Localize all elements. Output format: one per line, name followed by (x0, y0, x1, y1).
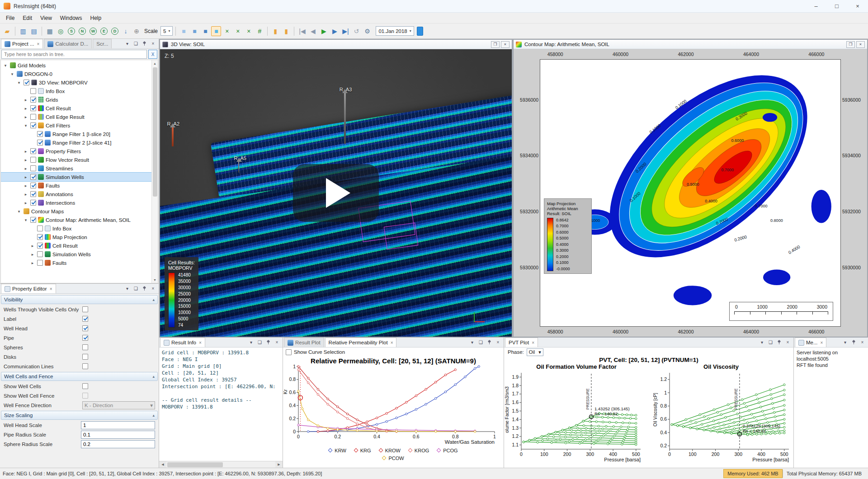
tab-scripts[interactable]: Scr... (93, 39, 112, 48)
tree-item-property-filters[interactable]: ▸Property Filters (1, 147, 151, 155)
disks-checkbox[interactable] (82, 354, 88, 360)
scale-select[interactable]: 5▾ (160, 26, 173, 36)
collapse-icon[interactable]: ▾ (23, 123, 28, 128)
expand-icon[interactable]: ▸ (23, 192, 28, 197)
tree-item-checkbox[interactable] (30, 191, 36, 197)
tab-calculator[interactable]: Calculator D... (44, 39, 92, 48)
communication-lines-checkbox[interactable] (82, 363, 88, 369)
pin-panel-icon[interactable] (141, 285, 148, 292)
label-checkbox[interactable] (82, 316, 88, 322)
play-animation-button[interactable]: ▶ (319, 26, 329, 36)
tree-scrollbar[interactable]: ▲ ▼ (151, 60, 158, 283)
relperm-chart[interactable]: 00.20.40.60.8100.20.40.60.81KrWater/Gas … (283, 365, 504, 446)
maximize-button[interactable]: □ (826, 0, 847, 12)
float-panel-icon[interactable]: ❏ (132, 40, 139, 47)
tree-item-checkbox[interactable] (30, 174, 36, 180)
show-surface-button[interactable]: ■ (211, 26, 221, 36)
previous-timestep-button[interactable]: ◀ (308, 26, 318, 36)
view3d-header[interactable]: 3D View: SOIL ❐ × (160, 40, 512, 49)
close-icon[interactable]: × (391, 340, 393, 345)
dock-menu-icon[interactable]: ▾ (124, 285, 131, 292)
scroll-up-icon[interactable]: ▲ (152, 60, 158, 66)
float-panel-icon[interactable]: ❏ (477, 339, 484, 346)
tree-item-checkbox[interactable] (30, 200, 36, 206)
tree-item-grid-models[interactable]: ▾Grid Models (1, 61, 151, 70)
close-icon[interactable]: × (37, 42, 40, 47)
phase-select[interactable]: Oil ▾ (527, 348, 543, 356)
tab-result-info[interactable]: Result Info × (160, 338, 205, 347)
tree-item-checkbox[interactable] (37, 131, 43, 137)
show-curve-selection-checkbox[interactable] (286, 349, 292, 355)
tree-item-checkbox[interactable] (30, 105, 36, 111)
close-panel-icon[interactable]: × (859, 339, 866, 346)
pipe-checkbox[interactable] (82, 335, 88, 341)
pipe-radius-scale-input[interactable] (81, 431, 155, 439)
well-r-a2[interactable]: R_A2 (167, 121, 180, 146)
tree-item-range-filter-2-j-slice-41[interactable]: Range Filter 2 [J-slice 41] (1, 138, 151, 147)
expand-icon[interactable]: ▸ (23, 158, 28, 162)
tree-item-contour-maps[interactable]: ▾Contour Maps (1, 207, 151, 216)
search-clear-button[interactable]: X (148, 50, 157, 59)
view3d-viewport[interactable]: Z: 5 R_A3 R_A2 (160, 49, 512, 337)
close-panel-icon[interactable]: × (495, 339, 501, 346)
legend-krw[interactable]: KRW (329, 448, 346, 453)
wells-crossing-button[interactable]: × (233, 26, 243, 36)
tree-item-checkbox[interactable] (30, 122, 36, 128)
close-panel-icon[interactable]: × (150, 285, 156, 292)
collapse-icon[interactable]: ▾ (3, 63, 8, 68)
tree-item-cell-result[interactable]: ▸Cell Result (1, 241, 151, 250)
menu-file[interactable]: File (2, 14, 19, 23)
expand-icon[interactable]: ▸ (23, 106, 28, 111)
dock-menu-icon[interactable]: ▾ (469, 339, 476, 346)
tree-search-input[interactable] (1, 50, 147, 59)
close-icon[interactable]: × (50, 286, 52, 291)
tree-item-cell-edge-result[interactable]: ▸Cell Edge Result (1, 113, 151, 121)
first-timestep-button[interactable]: |◀ (297, 26, 307, 36)
close-icon[interactable]: × (199, 340, 202, 345)
expand-icon[interactable]: ▸ (30, 261, 35, 265)
well-head-scale-input[interactable] (81, 421, 155, 429)
snapshot-button[interactable]: ↓ (121, 26, 131, 36)
sphere-radius-scale-input[interactable] (81, 440, 155, 448)
show-faults-button[interactable]: ■ (200, 26, 210, 36)
legend-krow[interactable]: KROW (379, 448, 401, 453)
expand-icon[interactable]: ▸ (23, 201, 28, 205)
well-r-a3[interactable]: R_A3 (340, 87, 352, 144)
wells-through-visible-cells-only-checkbox[interactable] (82, 306, 88, 312)
tree-item-checkbox[interactable] (37, 251, 43, 257)
tree-item-checkbox[interactable] (24, 80, 29, 85)
collapse-icon[interactable]: ▾ (16, 80, 22, 85)
tree-item-checkbox[interactable] (37, 243, 43, 249)
tree-item-checkbox[interactable] (30, 157, 36, 163)
tree-item-map-projection[interactable]: Map Projection (1, 233, 151, 241)
expand-icon[interactable]: ▸ (23, 149, 28, 154)
plot-main-window-button[interactable]: ▤ (29, 26, 39, 36)
dock-menu-icon[interactable]: ▾ (124, 40, 131, 47)
tab-messages[interactable]: Me... × (795, 338, 826, 347)
wells-fence-button[interactable]: # (255, 26, 264, 36)
collapse-section-icon[interactable]: ▴ (152, 297, 155, 302)
fvf-chart[interactable]: 01002003004005001.11.21.31.41.51.61.71.8… (505, 370, 644, 468)
animation-settings-button[interactable]: ⚙ (362, 26, 372, 36)
close-icon[interactable]: × (821, 340, 823, 345)
next-timestep-button[interactable]: ▶ (330, 26, 340, 36)
tree-item-cell-filters[interactable]: ▾Cell Filters (1, 121, 151, 130)
result-info-scrollbar[interactable]: ◀ ▶ (159, 461, 283, 468)
memory-used-indicator[interactable]: Memory Used: 462 MB (723, 469, 782, 478)
collapse-section-icon[interactable]: ▴ (152, 374, 155, 379)
show-well-cell-fence-checkbox[interactable] (82, 393, 88, 399)
collapse-section-icon[interactable]: ▴ (152, 413, 155, 418)
scrollbar-thumb[interactable] (153, 67, 157, 197)
tree-item-checkbox[interactable] (30, 183, 36, 188)
tree-item-intersections[interactable]: ▸Intersections (1, 198, 151, 207)
float-panel-icon[interactable]: ❏ (132, 285, 139, 292)
collapse-icon[interactable]: ▾ (9, 72, 15, 76)
wells-visible-button[interactable]: × (244, 26, 254, 36)
scroll-right-icon[interactable]: ▶ (275, 461, 283, 468)
dock-menu-icon[interactable]: ▾ (759, 339, 765, 346)
tree-item-faults[interactable]: ▸Faults (1, 258, 151, 267)
scroll-down-icon[interactable]: ▼ (152, 277, 158, 283)
view-down-button[interactable]: D (110, 26, 120, 36)
last-timestep-button[interactable]: ▶| (340, 26, 350, 36)
tree-item-simulation-wells[interactable]: ▸Simulation Wells (1, 173, 151, 181)
